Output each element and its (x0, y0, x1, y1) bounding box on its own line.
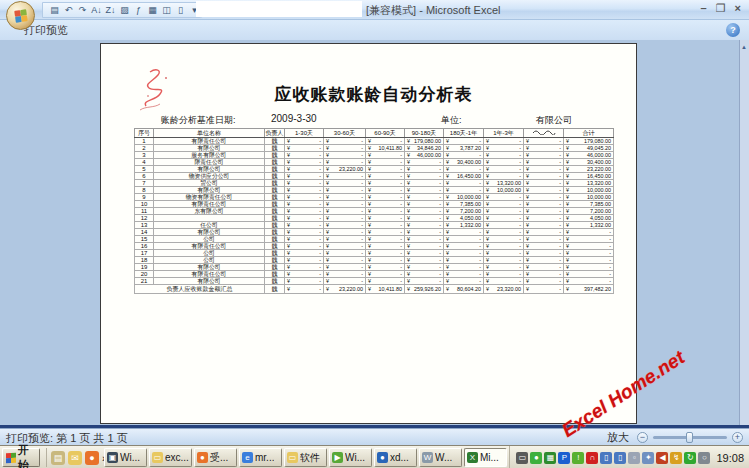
task-firefox[interactable]: ●受... (194, 448, 237, 467)
volume-icon[interactable]: ◀ (656, 452, 668, 464)
redo-icon[interactable]: ↷ (77, 3, 88, 17)
task-folder-software-icon: ▭ (287, 452, 298, 463)
amount-cell: ¥- (405, 159, 444, 166)
amount-cell: ¥- (484, 278, 524, 285)
column-header: 1年-3年 (484, 129, 524, 138)
zoom-slider[interactable] (653, 436, 727, 439)
owner-cell: 魏 (265, 201, 285, 208)
task-word[interactable]: WW... (419, 448, 462, 467)
amount-cell: ¥- (405, 236, 444, 243)
amount-cell: ¥- (285, 173, 324, 180)
amount-cell: ¥- (324, 215, 366, 222)
input-method-icon[interactable]: ▭ (516, 452, 528, 464)
row-number-cell: 1 (135, 138, 154, 145)
new-document-icon[interactable]: ▯ (175, 3, 186, 17)
amount-cell: ¥- (524, 257, 564, 264)
amount-cell: ¥46,000.00 (405, 152, 444, 159)
amount-cell: ¥3,787.20 (444, 145, 484, 152)
task-internet-explorer[interactable]: emr... (239, 448, 282, 467)
table-row: 1有限责任公司魏¥-¥-¥-¥179,080.00¥-¥-¥-¥179,080.… (135, 138, 614, 145)
sort-descending-icon[interactable]: Z↓ (105, 3, 116, 17)
restore-button[interactable]: ❐ (716, 2, 726, 15)
amount-cell: ¥- (366, 194, 405, 201)
insert-function-icon[interactable]: ƒ (133, 3, 144, 17)
scroll-up-icon[interactable]: ▲ (741, 44, 747, 50)
table-row: 9物资有限责任公司魏¥-¥-¥-¥-¥10,000.00¥-¥-¥10,000.… (135, 194, 614, 201)
amount-cell: ¥- (524, 138, 564, 145)
amount-cell: ¥10,000.00 (484, 187, 524, 194)
zoom-out-button[interactable]: − (637, 432, 648, 443)
task-excel-active[interactable]: XMi... (464, 448, 507, 467)
task-winamp[interactable]: ▶Wi... (329, 448, 372, 467)
row-number-cell: 5 (135, 166, 154, 173)
amount-cell: ¥- (324, 236, 366, 243)
monitor2-icon[interactable]: ▯ (614, 452, 626, 464)
amount-cell: ¥- (324, 152, 366, 159)
amount-cell: ¥4,050.00 (564, 215, 614, 222)
network-icon[interactable]: ✦ (642, 452, 654, 464)
help-icon[interactable]: ? (726, 23, 740, 37)
task-qq[interactable]: ●xd... (374, 448, 417, 467)
amount-cell: ¥- (484, 138, 524, 145)
start-label: 开始 (18, 443, 36, 468)
amount-cell: ¥- (405, 278, 444, 285)
sort-ascending-icon[interactable]: A↓ (91, 3, 102, 17)
avira-umbrella-icon[interactable]: ∩ (586, 452, 598, 464)
column-header: 60-90天 (366, 129, 405, 138)
update-icon[interactable]: ↻ (684, 452, 696, 464)
grid-app-icon[interactable]: ▦ (544, 452, 556, 464)
amount-cell: ¥- (405, 201, 444, 208)
display-settings-icon[interactable]: ▫ (628, 452, 640, 464)
zoom-slider-thumb[interactable] (686, 432, 693, 443)
company-name-cell (154, 215, 265, 222)
task-buttons: ▣Wi...▭exc...●受...emr...▭软件▶Wi...●xd...W… (104, 448, 507, 467)
amount-cell: ¥- (405, 229, 444, 236)
amount-cell: ¥7,200.00 (564, 208, 614, 215)
amount-cell: ¥- (324, 229, 366, 236)
zoom-in-button[interactable]: + (732, 432, 743, 443)
undo-icon[interactable]: ↶ (63, 3, 74, 17)
amount-cell: ¥- (405, 187, 444, 194)
utility-icon[interactable]: ○ (698, 452, 710, 464)
base-date-label: 账龄分析基准日期: (161, 114, 236, 127)
print-preview-icon[interactable]: ◫ (161, 3, 172, 17)
firefox-icon[interactable]: ● (85, 451, 99, 465)
task-windows-app-icon: ▣ (107, 452, 118, 463)
task-folder-software[interactable]: ▭软件 (284, 448, 327, 467)
monitor-icon[interactable]: ▯ (600, 452, 612, 464)
chart-icon[interactable]: ▦ (147, 3, 158, 17)
amount-cell: ¥- (324, 264, 366, 271)
task-word-icon: W (422, 452, 433, 463)
amount-cell: ¥- (285, 187, 324, 194)
amount-cell: ¥179,080.00 (405, 138, 444, 145)
title-bar: ▤↶↷A↓Z↓▨ƒ▦◫▯▾ [兼容模式] - Microsoft Excel –… (0, 0, 749, 20)
vertical-scrollbar[interactable]: ▲ (739, 40, 749, 425)
messenger-icon[interactable]: ● (530, 452, 542, 464)
amount-cell: ¥- (484, 159, 524, 166)
amount-cell: ¥- (524, 194, 564, 201)
close-button[interactable]: × (735, 2, 741, 15)
power-icon[interactable]: ↯ (670, 452, 682, 464)
amount-cell: ¥- (366, 208, 405, 215)
p2p-icon[interactable]: P (558, 452, 570, 464)
amount-cell: ¥10,411.80 (366, 285, 405, 294)
amount-cell: ¥- (524, 222, 564, 229)
amount-cell: ¥7,200.00 (444, 208, 484, 215)
minimize-button[interactable]: – (701, 2, 707, 15)
print-preview-page[interactable]: 应收账款账龄自动分析表 账龄分析基准日期: 2009-3-30 单位: 有限公司… (100, 43, 637, 424)
antivirus-assistant-icon[interactable]: ! (572, 452, 584, 464)
mail-icon[interactable]: ✉ (68, 451, 82, 465)
amount-cell: ¥46,000.00 (564, 152, 614, 159)
save-icon[interactable]: ▤ (49, 3, 60, 17)
window-controls: – ❐ × (701, 2, 741, 15)
amount-cell: ¥10,000.00 (444, 194, 484, 201)
table-row: 11东有限公司魏¥-¥-¥-¥-¥7,200.00¥-¥-¥7,200.00 (135, 208, 614, 215)
task-windows-app[interactable]: ▣Wi... (104, 448, 147, 467)
format-painter-icon[interactable]: ▨ (119, 3, 130, 17)
start-button[interactable]: 开始 (2, 448, 40, 467)
amount-cell: ¥- (524, 229, 564, 236)
amount-cell: ¥- (366, 222, 405, 229)
show-desktop-icon[interactable]: ▤ (51, 451, 65, 465)
task-folder-exc[interactable]: ▭exc... (149, 448, 192, 467)
office-button[interactable] (6, 1, 35, 30)
